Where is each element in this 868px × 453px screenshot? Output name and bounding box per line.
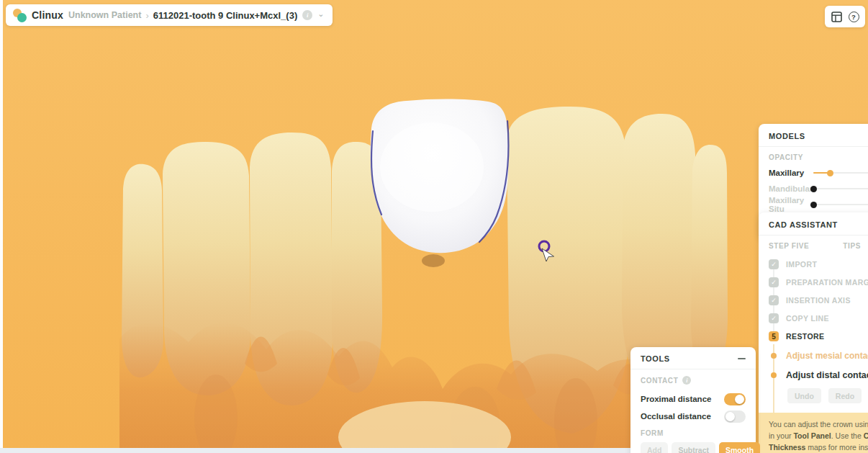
step-number-badge: 5 — [769, 331, 779, 341]
models-panel-title: MODELS — [759, 132, 868, 147]
occlusal-distance-toggle[interactable] — [724, 411, 746, 423]
cad-assistant-title: CAD ASSISTANT — [759, 220, 868, 236]
redo-button[interactable]: Redo — [828, 388, 862, 403]
tools-panel-title: TOOLS — [641, 354, 670, 363]
view-controls: ? — [825, 6, 865, 27]
toggle-row-proximal-distance: Proximal distance — [641, 390, 746, 408]
step-preparation-margin[interactable]: ✓ PREPARATION MARGIN — [769, 277, 868, 287]
form-section-label: FORM — [641, 429, 746, 437]
step-import[interactable]: ✓ IMPORT — [769, 259, 868, 269]
tools-panel: TOOLS CONTACT i Proximal distance Occlus… — [630, 347, 756, 453]
breadcrumb-patient[interactable]: Unknown Patient — [68, 10, 141, 20]
brand-name: Clinux — [32, 9, 63, 21]
check-icon: ✓ — [769, 295, 779, 305]
slider-track[interactable] — [813, 204, 868, 205]
slider-knob[interactable] — [827, 170, 833, 176]
slider-track[interactable] — [813, 188, 868, 189]
opacity-slider-mandibular: Mandibular — [769, 182, 868, 195]
assistant-tip: You can adjust the crown using the form … — [759, 413, 868, 453]
step-label: STEP FIVE — [769, 242, 809, 250]
bullet-icon — [771, 372, 777, 378]
slider-label: Mandibular — [769, 184, 813, 193]
substep-adjust-mesial-contact[interactable]: Adjust mesial contact — [769, 351, 868, 361]
undo-button[interactable]: Undo — [787, 388, 821, 403]
layout-panels-icon[interactable] — [831, 12, 842, 22]
breadcrumb-separator-icon: › — [145, 10, 148, 21]
slider-label: Maxillary Situ — [769, 196, 813, 213]
opacity-slider-maxillary-situ: Maxillary Situ — [769, 198, 868, 211]
frame-edge-left — [0, 0, 3, 453]
slider-knob[interactable] — [810, 202, 817, 208]
step-restore[interactable]: 5 RESTORE — [769, 331, 868, 341]
contact-info-icon[interactable]: i — [682, 376, 691, 385]
tips-button[interactable]: TIPS — [843, 242, 861, 250]
toggle-row-occlusal-distance: Occlusal distance — [641, 408, 746, 425]
collapse-minus-icon[interactable] — [738, 358, 746, 359]
check-icon: ✓ — [769, 277, 779, 287]
add-button[interactable]: Add — [641, 442, 668, 453]
step-insertion-axis[interactable]: ✓ INSERTION AXIS — [769, 295, 868, 305]
proximal-distance-toggle[interactable] — [724, 393, 746, 405]
cad-assistant-panel: CAD ASSISTANT STEP FIVE TIPS ✓ IMPORT ✓ … — [759, 212, 868, 453]
case-chevron-down-icon[interactable]: ⌄ — [317, 9, 324, 19]
bullet-icon — [771, 353, 777, 359]
case-header: Clinux Unknown Patient › 6112021-tooth 9… — [6, 4, 333, 26]
slider-track[interactable] — [813, 172, 868, 174]
contact-section-label: CONTACT — [641, 377, 678, 385]
opacity-slider-maxillary: Maxillary — [769, 166, 868, 179]
subtract-button[interactable]: Subtract — [672, 442, 715, 453]
opacity-section-label: OPACITY — [769, 153, 868, 161]
smooth-button[interactable]: Smooth — [719, 442, 760, 453]
clinux-logo-icon — [13, 9, 27, 22]
case-title: 6112021-tooth 9 Clinux+Mcxl_(3) — [153, 10, 298, 21]
slider-label: Maxillary — [769, 169, 813, 177]
case-info-icon[interactable]: i — [302, 10, 312, 20]
slider-knob[interactable] — [810, 186, 817, 192]
step-copy-line[interactable]: ✓ COPY LINE — [769, 313, 868, 323]
help-icon[interactable]: ? — [849, 12, 859, 22]
check-icon: ✓ — [769, 259, 779, 269]
check-icon: ✓ — [769, 313, 779, 323]
substep-adjust-distal-contact[interactable]: Adjust distal contact — [769, 370, 868, 380]
